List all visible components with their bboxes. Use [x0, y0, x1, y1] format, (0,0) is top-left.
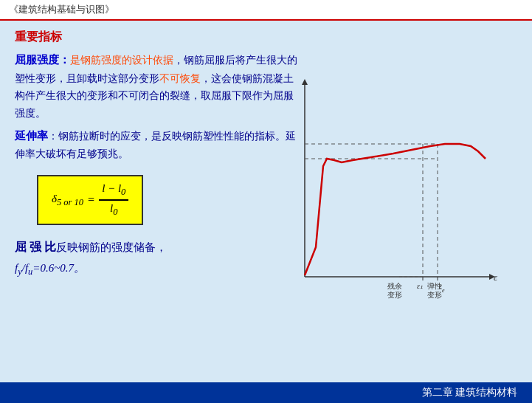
- svg-text:ε: ε: [494, 272, 498, 283]
- svg-text:变形: 变形: [427, 291, 442, 299]
- yield-keyword: 屈服强度：: [15, 54, 70, 66]
- svg-text:残余: 残余: [387, 282, 402, 290]
- svg-marker-3: [302, 79, 308, 85]
- footer-text: 第二章 建筑结构材料: [422, 387, 518, 398]
- formula-delta: δ5 or 10: [52, 193, 83, 208]
- section-title: 重要指标: [15, 30, 303, 45]
- strength-ratio-text: 反映钢筋的强度储备，: [56, 241, 167, 253]
- svg-text:变形: 变形: [387, 291, 402, 299]
- fy-fu-formula: fy/fu=0.6~0.7。: [15, 262, 85, 274]
- elongation-para: 延伸率：钢筋拉断时的应变，是反映钢筋塑性性能的指标。延伸率大破坏有足够预兆。: [15, 127, 303, 163]
- strength-ratio-para1: 屈 强 比反映钢筋的强度储备，: [15, 237, 303, 258]
- book-title: 《建筑结构基础与识图》: [9, 4, 114, 15]
- formula-container: δ5 or 10 = l − l0 l0: [37, 175, 143, 225]
- yield-highlight1: 是钢筋强度的设计依据: [70, 55, 173, 66]
- yield-highlight2: 不可恢复: [159, 73, 201, 84]
- formula-numerator: l − l0: [99, 182, 128, 201]
- chart-area: ε 残余 变形 ε₁ 弹性 变形 εe: [275, 70, 504, 328]
- formula-equals: =: [88, 193, 94, 207]
- formula-subscript: 5 or 10: [57, 197, 83, 207]
- strength-ratio-para2: fy/fu=0.6~0.7。: [15, 258, 303, 280]
- svg-text:ε₁: ε₁: [417, 282, 423, 290]
- elongation-keyword: 延伸率: [15, 130, 48, 142]
- top-bar: 《建筑结构基础与识图》: [0, 0, 532, 21]
- footer: 第二章 建筑结构材料: [0, 382, 532, 403]
- strength-ratio-keyword: 屈 强 比: [15, 241, 56, 253]
- yield-strength-para: 屈服强度：是钢筋强度的设计依据，钢筋屈服后将产生很大的塑性变形，且卸载时这部分变…: [15, 51, 303, 123]
- formula-denominator: l0: [107, 201, 120, 218]
- strength-ratio-section: 屈 强 比反映钢筋的强度储备， fy/fu=0.6~0.7。: [15, 237, 303, 280]
